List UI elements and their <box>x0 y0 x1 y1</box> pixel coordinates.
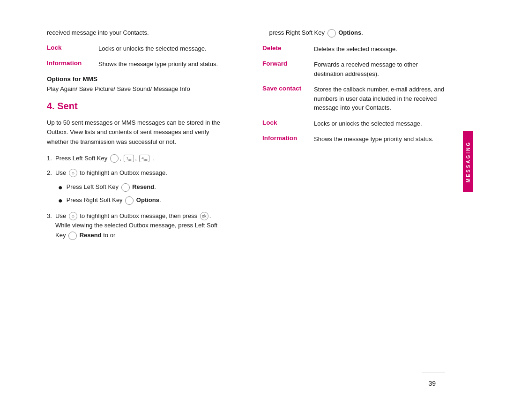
delete-definition: Deletes the selected message. <box>314 45 397 54</box>
bullet-options-text: Press Right Soft Key Options. <box>67 195 161 205</box>
lock-definition: Locks or unlocks the selected message. <box>98 44 207 53</box>
left-continuation-text: received message into your Contacts. <box>47 28 225 38</box>
options-bold-top: Options <box>338 29 361 36</box>
right-lock-definition: Locks or unlocks the selected message. <box>314 119 422 128</box>
sent-body-paragraph: Up to 50 sent messages or MMS messages c… <box>47 118 225 147</box>
left-soft-key-icon-3 <box>68 232 77 240</box>
step-3-number: 3. <box>47 211 55 221</box>
step-1-text: Press Left Soft Key , 1oo, 4ghi . <box>55 154 154 164</box>
messaging-sidebar-tab: MESSAGING <box>463 131 473 192</box>
save-contact-definition: Stores the callback number, e-mail addre… <box>314 85 445 112</box>
step-1: 1. Press Left Soft Key , 1oo, 4ghi . <box>47 154 225 164</box>
scroll-icon-2: ○ <box>69 212 77 220</box>
page-divider <box>422 373 445 373</box>
step-2: 2. Use ○ to highlight an Outbox message. <box>47 168 225 178</box>
step-3-text: Use ○ to highlight an Outbox message, th… <box>55 211 225 240</box>
forward-term: Forward <box>262 60 314 67</box>
save-contact-term-row: Save contact Stores the callback number,… <box>262 85 445 112</box>
lock-term-row: Lock Locks or unlocks the selected messa… <box>47 44 225 53</box>
right-information-definition: Shows the message type priority and stat… <box>314 135 433 144</box>
step-2-text: Use ○ to highlight an Outbox message. <box>55 168 167 178</box>
information-term-row: Information Shows the message type prior… <box>47 60 225 69</box>
save-contact-term: Save contact <box>262 85 314 92</box>
right-information-term-row: Information Shows the message type prior… <box>262 135 445 144</box>
forward-definition: Forwards a received message to other des… <box>314 60 445 78</box>
left-soft-key-icon-1 <box>110 154 119 163</box>
key-1oo-icon: 1oo <box>124 155 134 162</box>
right-soft-key-icon-options <box>125 196 134 205</box>
right-column: press Right Soft Key Options. Delete Del… <box>244 28 473 401</box>
bullet-options: ● Press Right Soft Key Options. <box>58 195 225 207</box>
bullet-dot-1: ● <box>58 181 63 194</box>
section-number: 4. <box>47 101 55 111</box>
right-lock-term: Lock <box>262 119 314 126</box>
key-4ghi-icon: 4ghi <box>139 155 149 162</box>
continuation-text: received message into your Contacts. <box>47 29 149 36</box>
scroll-icon: ○ <box>69 169 77 177</box>
bullet-steps: ● Press Left Soft Key Resend. ● Press Ri… <box>58 182 225 206</box>
right-information-term: Information <box>262 135 314 142</box>
step-2-number: 2. <box>47 168 55 178</box>
right-lock-term-row: Lock Locks or unlocks the selected messa… <box>262 119 445 128</box>
information-term: Information <box>47 60 98 67</box>
delete-term-row: Delete Deletes the selected message. <box>262 45 445 54</box>
bullet-dot-2: ● <box>58 195 63 207</box>
page-number: 39 <box>428 380 436 387</box>
right-soft-key-icon-top <box>327 29 336 38</box>
forward-term-row: Forward Forwards a received message to o… <box>262 60 445 78</box>
sidebar-label: MESSAGING <box>466 141 471 182</box>
lock-term: Lock <box>47 44 98 51</box>
step-1-number: 1. <box>47 154 55 164</box>
step-3: 3. Use ○ to highlight an Outbox message,… <box>47 211 225 240</box>
left-column: received message into your Contacts. Loc… <box>0 28 244 401</box>
information-definition: Shows the message type priority and stat… <box>98 60 218 69</box>
bullet-resend: ● Press Left Soft Key Resend. <box>58 182 225 194</box>
ok-icon: ok <box>200 212 208 220</box>
options-for-mms-heading: Options for MMS <box>47 75 225 82</box>
options-subtext: Play Again/ Save Picture/ Save Sound/ Me… <box>47 85 225 92</box>
delete-term: Delete <box>262 45 314 52</box>
section-title: Sent <box>57 101 77 111</box>
right-continuation: press Right Soft Key Options. <box>262 28 445 38</box>
bullet-resend-text: Press Left Soft Key Resend. <box>67 182 156 192</box>
sent-section-heading: 4. Sent <box>47 101 225 112</box>
left-soft-key-icon-resend <box>121 183 130 192</box>
